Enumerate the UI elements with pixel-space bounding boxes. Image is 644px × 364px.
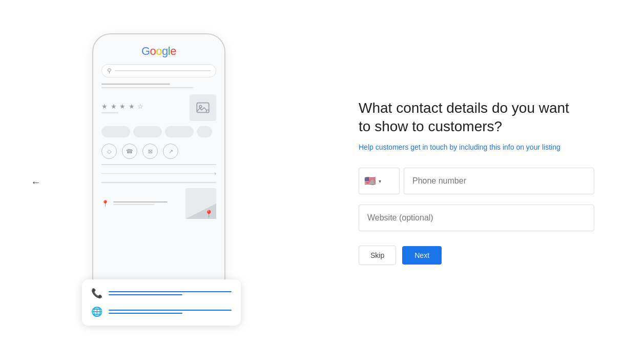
google-o1: o	[150, 45, 156, 57]
google-e: e	[170, 45, 176, 57]
google-g2: g	[162, 45, 168, 57]
popup-phone-lines	[109, 291, 232, 295]
left-panel: ← Google ⚲	[0, 0, 318, 364]
phone-map-thumbnail: 📍	[185, 188, 216, 219]
phone-directions-icon: ◇	[101, 144, 117, 159]
website-input[interactable]	[359, 205, 594, 231]
phone-thumbnail	[190, 94, 216, 121]
phone-map-line-2	[113, 204, 154, 205]
country-selector[interactable]: 🇺🇸 ▾	[359, 168, 400, 194]
phone-share-icon: ↗	[163, 144, 178, 159]
page-subtitle: Help customers get in touch by including…	[359, 143, 603, 151]
google-logo: Google	[101, 45, 216, 58]
popup-website-line-2	[109, 313, 182, 314]
phone-info-line-1	[101, 164, 216, 165]
popup-website-line-1	[109, 310, 232, 311]
flag-icon: 🇺🇸	[364, 175, 376, 187]
phone-location-pin: 📍	[101, 200, 109, 207]
phone-line-2	[101, 87, 193, 88]
popup-phone-line-1	[109, 291, 232, 292]
back-button[interactable]: ←	[31, 176, 41, 188]
phone-frame: Google ⚲ ★ ★ ★ ★ ☆	[92, 33, 225, 300]
buttons-row: Skip Next	[359, 246, 594, 265]
phone-pill-1	[101, 126, 130, 137]
phone-input-row: 🇺🇸 ▾	[359, 168, 594, 194]
phone-screen: Google ⚲ ★ ★ ★ ★ ☆	[93, 34, 224, 229]
phone-rating-row: ★ ★ ★ ★ ☆	[101, 94, 216, 121]
google-o2: o	[156, 45, 162, 57]
phone-buttons-row	[101, 126, 216, 137]
popup-globe-icon: 🌐	[91, 306, 102, 317]
page-title: What contact details do you want to show…	[359, 99, 574, 136]
phone-text-lines	[101, 84, 216, 88]
phone-number-input[interactable]	[404, 168, 594, 194]
phone-info-rows: ›	[101, 164, 216, 183]
phone-save-icon: ⊠	[142, 144, 158, 159]
popup-website-lines	[109, 310, 232, 314]
dropdown-arrow-icon: ▾	[379, 178, 381, 184]
phone-call-icon: ☎	[122, 144, 137, 159]
popup-website-row: 🌐	[91, 306, 232, 317]
skip-button[interactable]: Skip	[359, 246, 396, 265]
phone-pill-4	[197, 126, 212, 137]
next-button[interactable]: Next	[402, 246, 442, 265]
stars: ★ ★ ★ ★ ☆	[101, 103, 144, 110]
phone-line-1	[101, 84, 170, 85]
popup-phone-line-2	[109, 294, 182, 295]
phone-map-area: 📍 📍	[101, 188, 216, 219]
form-fields: 🇺🇸 ▾ Skip Next	[359, 168, 594, 265]
page-container: ← Google ⚲	[0, 0, 644, 364]
phone-map-lines	[113, 201, 181, 205]
right-panel: What contact details do you want to show…	[318, 68, 644, 296]
phone-search-line	[115, 70, 211, 71]
phone-mockup: Google ⚲ ★ ★ ★ ★ ☆	[77, 33, 241, 331]
phone-rating-line	[101, 112, 118, 113]
phone-map-line-1	[113, 201, 168, 203]
google-g: G	[141, 45, 150, 57]
phone-pill-2	[133, 126, 162, 137]
popup-phone-row: 📞	[91, 288, 232, 299]
phone-search-icon: ⚲	[107, 67, 112, 74]
phone-icons-row: ◇ ☎ ⊠ ↗	[101, 144, 216, 159]
phone-info-line-3	[101, 182, 216, 183]
phone-rating-left: ★ ★ ★ ★ ☆	[101, 103, 144, 113]
svg-point-1	[199, 105, 202, 108]
popup-phone-icon: 📞	[91, 288, 102, 299]
phone-info-line-2	[101, 173, 216, 174]
phone-search-bar: ⚲	[101, 64, 216, 77]
phone-pill-3	[165, 126, 194, 137]
phone-chevron-icon: ›	[214, 170, 216, 176]
map-pin-icon: 📍	[204, 210, 213, 218]
popup-card: 📞 🌐	[82, 279, 241, 326]
